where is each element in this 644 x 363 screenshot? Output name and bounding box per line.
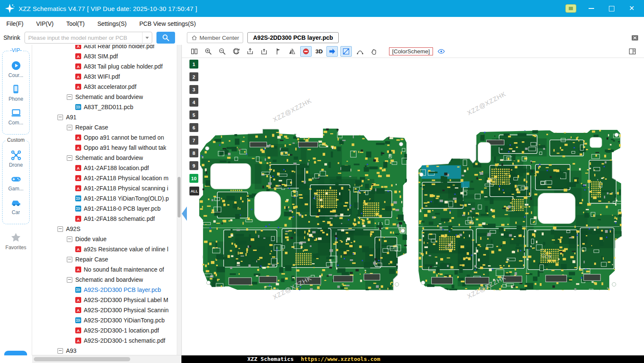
layer-button-all[interactable]: ALL (189, 187, 199, 195)
curve-tool-icon[interactable] (354, 46, 366, 57)
tree-item[interactable]: AA83t Rear photo holder.pdf (32, 45, 177, 51)
colorscheme-button[interactable]: [ColorScheme] (389, 47, 433, 55)
tree-item[interactable]: ANo sound fault maintenance of (32, 264, 177, 275)
close-button[interactable]: ✕ (626, 3, 637, 14)
layer-panel-icon[interactable] (627, 46, 638, 57)
maximize-button[interactable] (606, 3, 617, 14)
tree-item[interactable]: AA91-2AF188 location.pdf (32, 163, 177, 173)
tree-item-label: A91-2FA118 YiDianTong(OLD).p (84, 195, 169, 202)
tree-scrollbar-thumb[interactable] (178, 177, 181, 217)
tree-item[interactable]: AA92S-2DD300 Physical Label M (32, 295, 177, 305)
tree-item[interactable]: Schematic and boardview (32, 153, 177, 163)
menu-item-tool[interactable]: Tool(T) (60, 17, 91, 30)
sidebar-item-car[interactable]: Car (3, 197, 29, 215)
sidebar-item-favorites[interactable]: Favorites (0, 232, 32, 250)
sidebar-item-drone[interactable]: Drone (3, 149, 29, 168)
tree-item[interactable]: AA83t accelerator.pdf (32, 82, 177, 92)
layer-button-9[interactable]: 9 (189, 161, 198, 170)
tree-item[interactable]: A91-2FA118 YiDianTong(OLD).p (32, 193, 177, 204)
tree-item-label: A91-2AF188 location.pdf (84, 165, 149, 171)
tab-pcb-layer[interactable]: A92S-2DD300 PCB layer.pcb (247, 32, 338, 43)
member-center-button[interactable]: Member Center (187, 32, 244, 43)
tree-item[interactable]: AA91-2FA188 schematic.pdf (32, 214, 177, 224)
zoom-in-icon[interactable] (203, 46, 214, 57)
board-side-icon[interactable] (300, 46, 312, 57)
tree-item[interactable]: Repair Case (32, 122, 177, 132)
tree-scrollbar[interactable] (177, 45, 181, 355)
layer-button-2[interactable]: 2 (189, 72, 198, 81)
tree-item[interactable]: A92S (32, 224, 177, 234)
menu-item-file[interactable]: File(F) (0, 17, 30, 30)
search-button[interactable] (156, 32, 175, 44)
layer-button-3[interactable]: 3 (189, 85, 198, 94)
tree-item[interactable]: AA83t SIM.pdf (32, 51, 177, 61)
minimize-button[interactable] (586, 3, 597, 14)
menu-item-settings[interactable]: Settings(S) (91, 17, 133, 30)
collapse-icon[interactable] (58, 115, 63, 120)
mirror-icon[interactable] (286, 46, 298, 57)
menu-item-vip[interactable]: VIP(V) (30, 17, 60, 30)
layer-button-8[interactable]: 8 (189, 148, 198, 157)
layer-button-1[interactable]: 1 (189, 60, 198, 69)
tree-item[interactable]: AA91-2FA118 Physical location m (32, 173, 177, 183)
tree-item[interactable]: Schematic and boardview (32, 92, 177, 102)
next-layer-icon[interactable] (326, 46, 338, 57)
layer-button-5[interactable]: 5 (189, 110, 198, 119)
tree-item[interactable]: Schematic and boardview (32, 275, 177, 285)
tree-item[interactable]: A83T_2BD011.pcb (32, 102, 177, 112)
tree-item[interactable]: A91-2FA118-0 PCB layer.pcb (32, 204, 177, 214)
tree-item[interactable]: Repair Case (32, 254, 177, 264)
sidebar-item-computer[interactable]: Com... (3, 107, 29, 126)
tree-h-scrollbar-thumb[interactable] (34, 357, 130, 361)
diagonal-measure-icon[interactable] (340, 46, 352, 57)
view-3d-button[interactable]: 3D (314, 48, 324, 55)
sidebar-item-gamepad[interactable]: Gam... (3, 173, 29, 192)
flag-icon[interactable] (272, 46, 284, 57)
tree-item[interactable]: A91 (32, 112, 177, 122)
collapse-icon[interactable] (58, 226, 63, 232)
close-tab-icon[interactable] (631, 34, 639, 42)
menu-item-pcb-view-settings[interactable]: PCB View settings(S) (133, 17, 202, 30)
collapse-tree-handle[interactable] (182, 206, 187, 221)
collapse-icon[interactable] (67, 257, 72, 262)
layer-button-7[interactable]: 7 (189, 136, 198, 145)
tree-item[interactable]: AA91-2FA118 Physical scanning i (32, 183, 177, 193)
license-icon[interactable] (565, 4, 576, 13)
tree-item[interactable]: Diode value (32, 234, 177, 244)
collapse-icon[interactable] (67, 125, 72, 130)
tree-item[interactable]: Aa92s Resistance value of inline l (32, 244, 177, 254)
export-top-icon[interactable] (244, 46, 256, 57)
shrink-button[interactable]: Shrink (0, 34, 25, 41)
tree-item[interactable]: AA92S-2DD300-1 schematic.pdf (32, 336, 177, 346)
tree-item[interactable]: AA92S-2DD300-1 location.pdf (32, 325, 177, 336)
collapse-icon[interactable] (67, 94, 72, 100)
favorites-label: Favorites (5, 245, 26, 250)
tree-item[interactable]: AOppo a91 heavy fall without tak (32, 143, 177, 153)
sidebar-item-course[interactable]: Cour... (3, 60, 29, 78)
zoom-out-icon[interactable] (216, 46, 228, 57)
tree-item[interactable]: AA83t WIFI.pdf (32, 72, 177, 82)
tree-h-scrollbar[interactable] (32, 355, 181, 363)
tree-item[interactable]: AOppo a91 cannot be turned on (32, 132, 177, 143)
tree-item[interactable]: A93 (32, 346, 177, 355)
layer-button-6[interactable]: 6 (189, 123, 198, 132)
tree-item[interactable]: A92S-2DD300 YiDianTong.pcb (32, 315, 177, 325)
pcb-canvas[interactable]: XZZ@XZZHKXZZ@XZZHKXZZ@XZZHKXZZ@XZZHK 123… (182, 58, 644, 355)
collapse-icon[interactable] (67, 236, 72, 242)
collapse-icon[interactable] (67, 277, 72, 283)
collapse-icon[interactable] (58, 348, 63, 354)
search-input[interactable] (25, 35, 142, 41)
tree-item[interactable]: AA83t Tail plug cable holder.pdf (32, 61, 177, 72)
export-bottom-icon[interactable] (258, 46, 270, 57)
layer-button-10[interactable]: 10 (189, 174, 198, 183)
pan-hand-icon[interactable] (368, 46, 380, 57)
split-view-icon[interactable] (189, 46, 200, 57)
collapse-icon[interactable] (67, 155, 72, 161)
rotate-view-icon[interactable] (230, 46, 242, 57)
layer-button-4[interactable]: 4 (189, 98, 198, 107)
sidebar-item-phone[interactable]: Phone (3, 83, 29, 102)
tree-item[interactable]: AA92S-2DD300 Physical Scannin (32, 305, 177, 315)
chevron-down-icon[interactable] (142, 32, 152, 43)
tree-item[interactable]: A92S-2DD300 PCB layer.pcb (32, 285, 177, 295)
eye-icon[interactable] (436, 46, 447, 57)
